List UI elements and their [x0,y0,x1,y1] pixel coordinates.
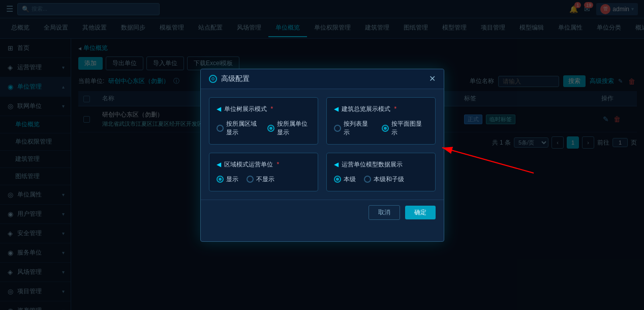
building-display-option-list-label: 按列表显示 [344,120,374,137]
model-display-option-current[interactable]: 本级 [334,175,356,184]
building-display-icon: ◀ [334,105,339,112]
area-unit-required: * [277,161,280,168]
radio-dot-children [364,176,371,183]
unit-display-option-area-label: 按所属区域显示 [226,120,260,137]
modal-header: ⚙ 高级配置 ✕ [201,69,444,89]
building-display-title: ◀ 建筑总览展示模式 * [334,105,428,114]
unit-display-card: ◀ 单位树展示模式 * 按所属区域显示 按所属单位显示 [209,97,318,145]
model-display-radio-row: 本级 本级和子级 [334,175,428,184]
unit-display-radio-row: 按所属区域显示 按所属单位显示 [217,120,311,137]
modal-footer: 取消 确定 [201,200,444,225]
radio-dot-unit [267,125,274,132]
modal-title-text: 高级配置 [221,74,250,83]
unit-display-icon: ◀ [217,105,221,112]
radio-dot-hide [247,176,254,183]
area-unit-title: ◀ 区域模式运营单位 * [217,160,311,169]
unit-display-title: ◀ 单位树展示模式 * [217,105,311,114]
area-unit-option-show[interactable]: 显示 [217,175,238,184]
modal-body: ◀ 单位树展示模式 * 按所属区域显示 按所属单位显示 [201,89,444,200]
model-display-card: ◀ 运营单位模型数据展示 本级 本级和子级 [326,153,436,191]
unit-display-label: 单位树展示模式 [224,105,267,114]
building-display-label: 建筑总览展示模式 [342,105,390,114]
building-display-radio-group: 按列表显示 按平面图显示 [334,120,428,137]
modal-title-icon: ⚙ [209,75,217,83]
svg-line-1 [442,148,534,173]
building-display-radio-row: 按列表显示 按平面图显示 [334,120,428,137]
modal-overlay: ⚙ 高级配置 ✕ ◀ 单位树展示模式 * 按所属区域显示 [0,0,644,310]
radio-dot-list [334,125,341,132]
area-unit-label: 区域模式运营单位 [224,160,273,169]
area-unit-icon: ◀ [217,161,221,168]
model-display-option-children-label: 本级和子级 [374,175,404,184]
unit-display-required: * [271,105,273,112]
area-unit-option-hide[interactable]: 不显示 [247,175,274,184]
cancel-button[interactable]: 取消 [369,205,400,220]
area-unit-radio-row: 显示 不显示 [217,175,311,184]
building-display-option-plan[interactable]: 按平面图显示 [382,120,427,137]
model-display-label: 运营单位模型数据展示 [342,160,403,169]
modal-close-button[interactable]: ✕ [429,75,436,83]
radio-dot-plan [382,125,389,132]
modal-title: ⚙ 高级配置 [209,74,250,83]
building-display-option-list[interactable]: 按列表显示 [334,120,374,137]
unit-display-option-unit-label: 按所属单位显示 [277,120,311,137]
unit-display-option-area[interactable]: 按所属区域显示 [217,120,260,137]
model-display-option-children[interactable]: 本级和子级 [364,175,404,184]
area-unit-option-hide-label: 不显示 [256,175,274,184]
area-unit-card: ◀ 区域模式运营单位 * 显示 不显示 [209,153,318,191]
radio-dot-show [217,176,224,183]
model-display-radio-group: 本级 本级和子级 [334,175,428,184]
model-display-icon: ◀ [334,161,339,168]
building-display-card: ◀ 建筑总览展示模式 * 按列表显示 按平面图显示 [326,97,436,145]
model-display-option-current-label: 本级 [344,175,356,184]
radio-dot-current [334,176,341,183]
model-display-title: ◀ 运营单位模型数据展示 [334,160,428,169]
unit-display-radio-group: 按所属区域显示 按所属单位显示 [217,120,311,137]
building-display-required: * [394,105,397,112]
confirm-button[interactable]: 确定 [405,206,436,219]
modal: ⚙ 高级配置 ✕ ◀ 单位树展示模式 * 按所属区域显示 [200,69,444,242]
area-unit-option-show-label: 显示 [226,175,238,184]
radio-dot-area [217,125,224,132]
area-unit-radio-group: 显示 不显示 [217,175,311,184]
building-display-option-plan-label: 按平面图显示 [391,120,427,137]
unit-display-option-unit[interactable]: 按所属单位显示 [267,120,311,137]
